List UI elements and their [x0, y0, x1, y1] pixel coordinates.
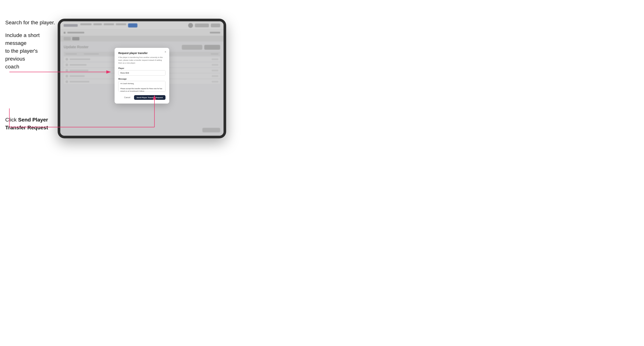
- modal-description: If the player is transferring from anoth…: [118, 56, 166, 64]
- annotation-message: Include a short message to the player's …: [5, 31, 56, 71]
- modal-player-input[interactable]: [118, 70, 166, 76]
- annotation-click: Click Send Player Transfer Request: [5, 116, 56, 132]
- modal-dialog: × Request player transfer If the player …: [114, 48, 169, 103]
- modal-message-textarea[interactable]: Hi Coach McHarg, Please accept this tran…: [118, 81, 166, 92]
- modal-title: Request player transfer: [118, 52, 166, 55]
- modal-message-label: Message: [118, 78, 166, 80]
- modal-overlay: × Request player transfer If the player …: [60, 21, 224, 136]
- send-transfer-request-button[interactable]: Send Player Transfer Request: [134, 95, 166, 100]
- modal-close-button[interactable]: ×: [164, 50, 166, 53]
- cancel-button[interactable]: Cancel: [122, 95, 132, 99]
- tablet-screen: Update Roster: [60, 21, 224, 136]
- modal-player-label: Player: [118, 67, 166, 69]
- tablet-frame: Update Roster: [58, 19, 226, 138]
- annotation-search: Search for the player.: [5, 19, 55, 26]
- modal-footer: Cancel Send Player Transfer Request: [118, 95, 166, 100]
